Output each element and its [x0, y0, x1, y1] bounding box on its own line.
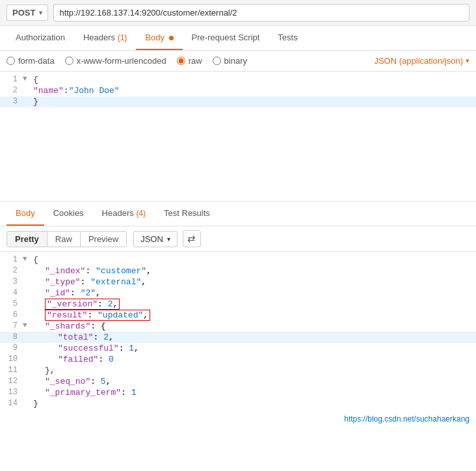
wrap-icon[interactable]: ⇄ — [183, 230, 201, 247]
response-tabs-row: Body Cookies Headers (4) Test Results — [0, 202, 476, 226]
json-format-select[interactable]: JSON ▾ — [133, 231, 178, 247]
resp-line-8: 8 "total": 2, — [0, 332, 476, 343]
chevron-down-icon: ▾ — [39, 9, 42, 16]
resp-line-4: 4 "_id": "2", — [0, 288, 476, 299]
json-format-chevron-icon: ▾ — [167, 236, 170, 243]
resp-line-7: 7 ▼ "_shards": { — [0, 321, 476, 332]
response-section: Body Cookies Headers (4) Test Results Pr… — [0, 202, 476, 426]
body-dot — [169, 36, 174, 40]
resp-line-13: 13 "_primary_term": 1 — [0, 387, 476, 398]
resp-tab-body[interactable]: Body — [7, 202, 44, 226]
format-btn-group: Pretty Raw Preview — [7, 231, 127, 247]
tab-body[interactable]: Body — [136, 26, 182, 50]
resp-tab-test-results[interactable]: Test Results — [155, 202, 219, 226]
url-input[interactable] — [53, 4, 469, 21]
format-row: Pretty Raw Preview JSON ▾ ⇄ — [0, 226, 476, 252]
req-line-2: 2 "name":"John Doe" — [0, 85, 476, 96]
raw-option[interactable]: raw — [177, 56, 202, 66]
resp-line-6: 6 "result": "updated", — [0, 310, 476, 321]
req-line-3: 3 } — [0, 96, 476, 107]
resp-line-11: 11 }, — [0, 365, 476, 376]
top-bar: POST ▾ — [0, 0, 476, 26]
form-data-option[interactable]: form-data — [7, 56, 55, 66]
json-type-select[interactable]: JSON (application/json) ▾ — [374, 56, 469, 66]
resp-line-1: 1 ▼ { — [0, 254, 476, 265]
resp-line-10: 10 "failed": 0 — [0, 354, 476, 365]
resp-headers-badge: (4) — [136, 209, 146, 218]
req-line-1: 1 ▼ { — [0, 74, 476, 85]
tab-tests[interactable]: Tests — [269, 26, 306, 50]
resp-line-2: 2 "_index": "customer", — [0, 265, 476, 276]
tab-prerequest[interactable]: Pre-request Script — [183, 26, 269, 50]
method-text: POST — [12, 8, 35, 18]
request-tabs-row: Authorization Headers (1) Body Pre-reque… — [0, 26, 476, 51]
watermark: https://blog.csdn.net/suchahaerkang — [0, 412, 476, 426]
resp-line-14: 14 } — [0, 398, 476, 409]
resp-line-12: 12 "_seq_no": 5, — [0, 376, 476, 387]
response-code-area[interactable]: 1 ▼ { 2 "_index": "customer", 3 "_type":… — [0, 252, 476, 412]
resp-line-9: 9 "successful": 1, — [0, 343, 476, 354]
format-btn-preview[interactable]: Preview — [81, 232, 126, 247]
format-btn-raw[interactable]: Raw — [47, 232, 81, 247]
tab-authorization[interactable]: Authorization — [7, 26, 74, 50]
tab-headers[interactable]: Headers (1) — [74, 26, 136, 50]
body-options-row: form-data x-www-form-urlencoded raw bina… — [0, 51, 476, 72]
format-btn-pretty[interactable]: Pretty — [7, 232, 47, 247]
request-code-editor[interactable]: 1 ▼ { 2 "name":"John Doe" 3 } — [0, 72, 476, 202]
resp-tab-headers[interactable]: Headers (4) — [93, 202, 155, 226]
headers-badge: (1) — [118, 33, 127, 42]
resp-line-3: 3 "_type": "external", — [0, 276, 476, 288]
resp-line-5: 5 "_version": 2, — [0, 299, 476, 310]
urlencoded-option[interactable]: x-www-form-urlencoded — [65, 56, 166, 66]
binary-option[interactable]: binary — [213, 56, 247, 66]
method-select[interactable]: POST ▾ — [7, 5, 48, 21]
json-type-chevron-icon: ▾ — [466, 57, 469, 65]
resp-tab-cookies[interactable]: Cookies — [44, 202, 93, 226]
